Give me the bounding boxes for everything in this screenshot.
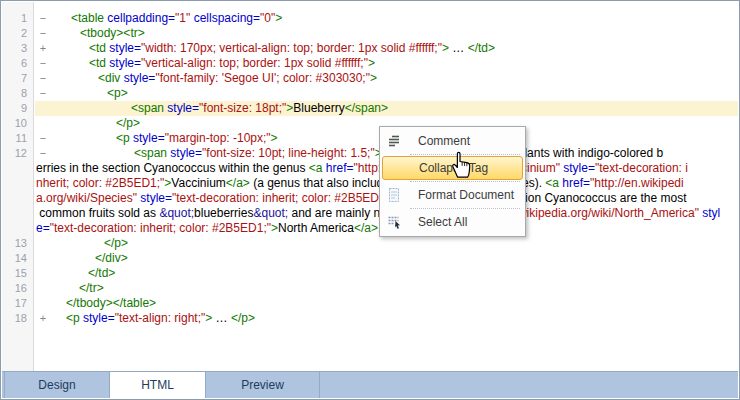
code-line[interactable]: </div> (35, 251, 738, 266)
code-line-text: <p style="margin-top: -10px;"> (116, 131, 278, 145)
fold-collapse-marker[interactable]: − (37, 131, 49, 146)
code-line[interactable]: +<td style="width: 170px; vertical-align… (35, 41, 738, 56)
menu-separator (410, 181, 520, 182)
line-number: 12 (2, 146, 33, 161)
line-number: 6 (2, 56, 33, 71)
code-line-text: nherit; color: #2B5ED1;">Vaccinium</a> (… (36, 176, 684, 190)
fold-expand-marker[interactable]: + (37, 41, 49, 56)
code-line[interactable]: </tbody></table> (35, 296, 738, 311)
code-line-text: <p> (107, 86, 128, 100)
menu-separator (410, 208, 520, 209)
code-line-text: <td style="vertical-align: top; border: … (89, 56, 375, 70)
tab-html[interactable]: HTML (110, 372, 206, 398)
code-line-text: <span style="font-size: 18pt;">Blueberry… (131, 101, 388, 115)
code-line-text: <p style="text-align: right;"> … </p> (66, 311, 255, 325)
code-line-text: </tbody></table> (66, 296, 156, 310)
code-line[interactable]: <span style="font-size: 18pt;">Blueberry… (35, 101, 738, 116)
fold-collapse-marker[interactable]: − (37, 56, 49, 71)
code-line-text: </p> (104, 236, 128, 250)
code-line-text: <td style="width: 170px; vertical-align:… (89, 41, 495, 55)
code-line-text: </td> (88, 266, 115, 280)
hand-cursor-icon (447, 149, 474, 179)
menu-item-format-document[interactable]: Format Document (382, 183, 523, 207)
code-line-text: </p> (116, 116, 140, 130)
tab-bar: Design HTML Preview (2, 371, 738, 398)
menu-item-label: Select All (418, 215, 467, 229)
context-menu: Comment Collapse Tag Format Document (379, 126, 526, 237)
code-line[interactable]: −<td style="vertical-align: top; border:… (35, 56, 738, 71)
tab-design[interactable]: Design (4, 372, 110, 398)
code-line[interactable]: +<p style="text-align: right;"> … </p> (35, 311, 738, 326)
code-line-text: erries in the section Cyanococcus within… (36, 161, 688, 175)
line-number: 9 (2, 101, 33, 116)
code-line[interactable]: −<p> (35, 86, 738, 101)
menu-item-label: Format Document (418, 188, 514, 202)
line-number-gutter: 1236789101112131415161718 (2, 2, 34, 371)
code-line-text: <tbody><tr> (80, 26, 145, 40)
line-number: 8 (2, 86, 33, 101)
line-number (2, 191, 33, 206)
menu-item-label: Comment (418, 134, 470, 148)
code-line[interactable]: −<tbody><tr> (35, 26, 738, 41)
line-number: 11 (2, 131, 33, 146)
fold-collapse-marker[interactable]: − (37, 26, 49, 41)
line-number: 16 (2, 281, 33, 296)
select-all-icon (386, 214, 402, 230)
line-number: 13 (2, 236, 33, 251)
line-number: 18 (2, 311, 33, 326)
line-number: 3 (2, 41, 33, 56)
line-number: 14 (2, 251, 33, 266)
code-line[interactable]: −<div style="font-family: 'Segoe UI'; co… (35, 71, 738, 86)
code-line[interactable]: −<table cellpadding="1" cellspacing="0"> (35, 11, 738, 26)
code-line-text: </tr> (79, 281, 104, 295)
comment-icon (386, 133, 402, 149)
line-number: 15 (2, 266, 33, 281)
code-line[interactable]: </p> (35, 236, 738, 251)
line-number: 17 (2, 296, 33, 311)
code-editor[interactable]: 1236789101112131415161718 −<table cellpa… (2, 2, 738, 371)
fold-collapse-marker[interactable]: − (37, 11, 49, 26)
line-number: 10 (2, 116, 33, 131)
format-document-icon (386, 187, 402, 203)
line-number (2, 221, 33, 236)
tab-preview[interactable]: Preview (206, 372, 320, 398)
code-line[interactable]: </td> (35, 266, 738, 281)
fold-collapse-marker[interactable]: − (37, 71, 49, 86)
fold-collapse-marker[interactable]: − (37, 86, 49, 101)
menu-item-select-all[interactable]: Select All (382, 210, 523, 234)
line-number (2, 206, 33, 221)
line-number (2, 176, 33, 191)
code-line-text: </div> (95, 251, 128, 265)
html-editor-window: 1236789101112131415161718 −<table cellpa… (0, 0, 740, 400)
line-number: 2 (2, 26, 33, 41)
line-number: 7 (2, 71, 33, 86)
line-number: 1 (2, 11, 33, 26)
code-line-text: a.org/wiki/Species" style="text-decorati… (36, 191, 686, 205)
fold-collapse-marker[interactable]: − (37, 146, 49, 161)
fold-expand-marker[interactable]: + (37, 311, 49, 326)
line-number (2, 161, 33, 176)
code-line[interactable]: </tr> (35, 281, 738, 296)
code-line-text: <div style="font-family: 'Segoe UI'; col… (98, 71, 377, 85)
code-line-text: <table cellpadding="1" cellspacing="0"> (71, 11, 282, 25)
